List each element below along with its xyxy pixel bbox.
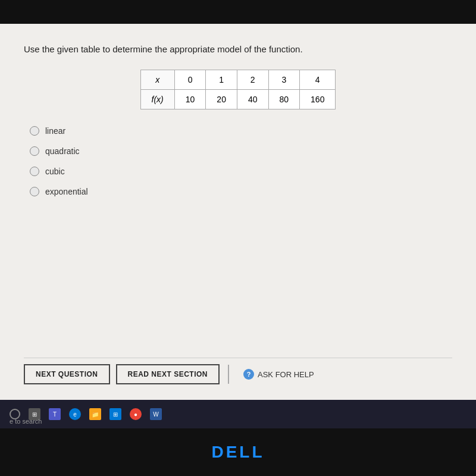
option-quadratic-label: quadratic bbox=[45, 146, 80, 156]
radio-cubic[interactable] bbox=[30, 167, 39, 176]
top-bar bbox=[0, 0, 476, 24]
table-col-0: 0 bbox=[174, 70, 206, 90]
option-exponential[interactable]: exponential bbox=[30, 187, 452, 196]
table-x-header: x bbox=[140, 70, 174, 90]
question-text: Use the given table to determine the app… bbox=[24, 43, 452, 55]
option-exponential-label: exponential bbox=[45, 187, 88, 196]
option-linear-label: linear bbox=[45, 126, 65, 136]
radio-linear[interactable] bbox=[30, 126, 39, 136]
screen: Use the given table to determine the app… bbox=[0, 0, 476, 476]
chrome-icon[interactable]: ● bbox=[130, 408, 142, 420]
radio-exponential[interactable] bbox=[30, 187, 39, 196]
options-group: linear quadratic cubic exponential bbox=[30, 126, 452, 207]
teams-icon[interactable]: T bbox=[49, 408, 61, 420]
divider bbox=[228, 365, 229, 384]
option-cubic[interactable]: cubic bbox=[30, 167, 452, 176]
radio-quadratic[interactable] bbox=[30, 146, 39, 156]
option-quadratic[interactable]: quadratic bbox=[30, 146, 452, 156]
table-fx-header: f(x) bbox=[140, 90, 174, 109]
table-val-2: 40 bbox=[237, 90, 268, 109]
table-col-2: 2 bbox=[237, 70, 268, 90]
table-wrapper: x 0 1 2 3 4 f(x) 10 20 40 80 160 bbox=[24, 70, 452, 109]
table-val-0: 10 bbox=[174, 90, 206, 109]
help-icon: ? bbox=[243, 369, 254, 380]
next-question-button[interactable]: NEXT QUESTION bbox=[24, 364, 110, 384]
table-val-4: 160 bbox=[300, 90, 336, 109]
option-cubic-label: cubic bbox=[45, 167, 65, 176]
taskbar-search-text: e to search bbox=[10, 418, 42, 425]
table-val-1: 20 bbox=[206, 90, 237, 109]
word-icon[interactable]: W bbox=[150, 408, 162, 420]
option-linear[interactable]: linear bbox=[30, 126, 452, 136]
table-val-3: 80 bbox=[268, 90, 300, 109]
table-header-row: x 0 1 2 3 4 bbox=[140, 70, 336, 90]
data-table: x 0 1 2 3 4 f(x) 10 20 40 80 160 bbox=[140, 70, 336, 109]
edge-icon[interactable]: e bbox=[69, 408, 81, 420]
dell-logo: DELL bbox=[211, 443, 264, 462]
table-col-4: 4 bbox=[300, 70, 336, 90]
table-col-1: 1 bbox=[206, 70, 237, 90]
dell-area: DELL bbox=[0, 428, 476, 476]
ask-for-help-button[interactable]: ? ASK FOR HELP bbox=[243, 369, 314, 380]
windows-icon[interactable]: ⊞ bbox=[109, 408, 121, 420]
content-area: Use the given table to determine the app… bbox=[0, 24, 476, 400]
table-data-row: f(x) 10 20 40 80 160 bbox=[140, 90, 336, 109]
taskbar: ⊞ T e 📁 ⊞ ● W e to search bbox=[0, 400, 476, 428]
ask-for-help-label: ASK FOR HELP bbox=[258, 370, 314, 379]
folder-icon[interactable]: 📁 bbox=[89, 408, 101, 420]
table-col-3: 3 bbox=[268, 70, 300, 90]
read-next-section-button[interactable]: READ NEXT SECTION bbox=[116, 364, 220, 384]
bottom-action-bar: NEXT QUESTION READ NEXT SECTION ? ASK FO… bbox=[24, 358, 452, 388]
